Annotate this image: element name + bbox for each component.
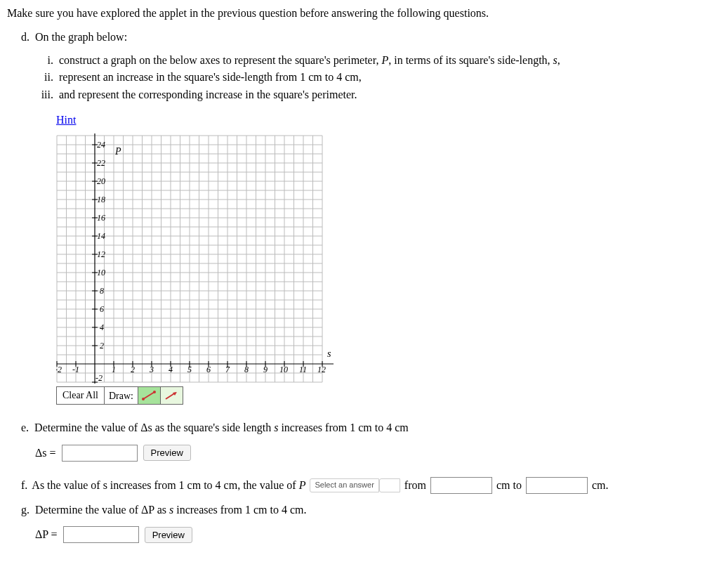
- y-tick-4: 4: [100, 322, 104, 332]
- label-f: f.: [21, 478, 27, 493]
- label-e: e.: [21, 422, 29, 433]
- segment-icon: [140, 389, 157, 402]
- text-f: As the value of s increases from 1 cm to…: [32, 478, 305, 493]
- label-i: i.: [35, 53, 53, 68]
- intro-text: Make sure you have explored the applet i…: [7, 6, 712, 21]
- svg-line-84: [143, 392, 154, 399]
- chevron-updown-icon: [379, 478, 400, 492]
- select-placeholder: Select an answer: [310, 478, 378, 492]
- text-iii: and represent the corresponding increase…: [59, 87, 357, 103]
- y-tick-22: 22: [97, 158, 105, 168]
- graph-canvas[interactable]: 24 22 20 18 16 14 12 10 8 6 4 2 -2 -2 -1…: [56, 132, 337, 385]
- delta-s-input[interactable]: [62, 445, 138, 462]
- label-ii: ii.: [35, 70, 53, 85]
- y-tick-12: 12: [97, 249, 105, 259]
- draw-tool-segment[interactable]: [138, 386, 161, 405]
- svg-marker-89: [388, 482, 392, 484]
- text-i: construct a graph on the below axes to r…: [59, 53, 560, 68]
- delta-p-lhs: ΔP =: [35, 527, 58, 542]
- preview-delta-p-button[interactable]: Preview: [145, 527, 192, 543]
- y-tick-20: 20: [97, 176, 105, 186]
- svg-marker-90: [388, 487, 392, 489]
- y-tick-6: 6: [100, 304, 104, 314]
- cm-end-label: cm.: [592, 478, 609, 493]
- from-label: from: [404, 478, 426, 493]
- cm-to-label: cm to: [496, 478, 522, 493]
- svg-point-86: [153, 391, 156, 393]
- text-g: Determine the value of ΔP as s increases…: [35, 504, 306, 516]
- from-value-input[interactable]: [430, 477, 492, 494]
- y-tick-2: 2: [100, 341, 104, 351]
- y-tick-10: 10: [97, 268, 105, 277]
- label-iii: iii.: [35, 87, 53, 103]
- delta-s-lhs: Δs =: [35, 445, 56, 461]
- clear-all-button[interactable]: Clear All: [56, 386, 105, 405]
- select-answer-dropdown[interactable]: Select an answer: [310, 478, 400, 492]
- hint-link[interactable]: Hint: [56, 114, 76, 126]
- y-tick-n2: -2: [95, 373, 103, 383]
- svg-point-85: [142, 398, 145, 400]
- label-g: g.: [21, 504, 29, 516]
- text-ii: represent an increase in the square's si…: [59, 70, 362, 85]
- text-d: On the graph below:: [35, 31, 127, 43]
- y-axis-label: P: [114, 146, 121, 157]
- x-tick-12: 12: [317, 365, 326, 374]
- draw-label: Draw:: [105, 386, 138, 405]
- label-d: d.: [21, 31, 29, 43]
- text-e: Determine the value of Δs as the square'…: [34, 422, 409, 433]
- y-tick-24: 24: [97, 140, 105, 150]
- draw-tool-ray[interactable]: [161, 386, 183, 405]
- y-tick-18: 18: [97, 195, 105, 204]
- y-tick-8: 8: [100, 286, 104, 296]
- x-tick-10: 10: [279, 365, 288, 374]
- y-tick-16: 16: [97, 213, 105, 223]
- x-axis-label: s: [327, 348, 331, 359]
- to-value-input[interactable]: [526, 477, 588, 494]
- delta-p-input[interactable]: [63, 526, 139, 543]
- preview-delta-s-button[interactable]: Preview: [143, 445, 191, 461]
- ray-icon: [163, 389, 180, 402]
- y-tick-14: 14: [97, 231, 105, 241]
